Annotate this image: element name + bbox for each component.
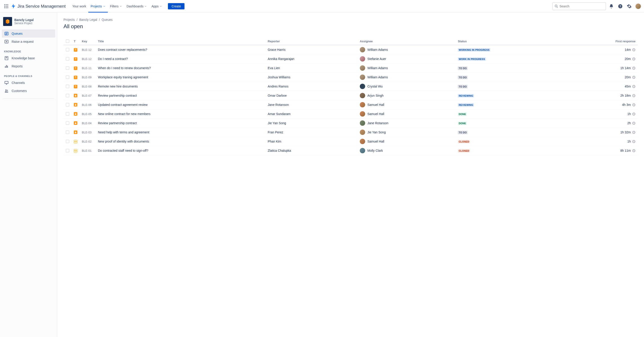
row-checkbox[interactable] [66, 85, 69, 88]
issue-title[interactable]: Updated contract agreement review [96, 100, 266, 109]
table-row[interactable]: ?BLE-09Workplace equity traning agreemen… [64, 73, 638, 82]
column-header[interactable]: Title [96, 38, 266, 45]
table-row[interactable]: BLE-02New proof of identity with documen… [64, 137, 638, 146]
issue-key[interactable]: BLE-03 [80, 128, 96, 137]
issue-key[interactable]: BLE-09 [80, 73, 96, 82]
column-header[interactable]: Key [80, 38, 96, 45]
sidebar-item-queues[interactable]: Queues [2, 30, 55, 38]
status-badge[interactable]: TO DO [458, 67, 468, 70]
table-row[interactable]: ?BLE-11When do I need to renew documents… [64, 64, 638, 73]
nav-filters[interactable]: Filters [108, 3, 124, 10]
status-badge[interactable]: REVIEWING [458, 103, 474, 107]
status-badge[interactable]: CLOSED [458, 140, 470, 143]
issue-title[interactable]: Remote new hire documents [96, 82, 266, 91]
row-checkbox[interactable] [66, 140, 69, 143]
breadcrumb-item[interactable]: Projects [64, 18, 75, 22]
nav-apps[interactable]: Apps [149, 3, 164, 10]
issue-key[interactable]: BLE-05 [80, 109, 96, 119]
nav-dashboards[interactable]: Dashboards [124, 3, 149, 10]
column-header[interactable]: First response [565, 38, 638, 45]
sidebar-item-knowledge-base[interactable]: Knowledge base [2, 54, 55, 62]
assignee-cell[interactable]: William Adams [360, 65, 454, 71]
status-badge[interactable]: REVIEWING [458, 94, 474, 98]
product-logo[interactable]: Jira Service Management [11, 4, 66, 9]
issue-title[interactable]: Need help with terms and agreement [96, 128, 266, 137]
table-row[interactable]: BLE-05New online contract for new member… [64, 109, 638, 119]
table-row[interactable]: ?BLE-12Does contract cover replacements?… [64, 45, 638, 54]
table-row[interactable]: BLE-06Updated contract agreement reviewJ… [64, 100, 638, 109]
row-checkbox[interactable] [66, 130, 69, 134]
nav-your-work[interactable]: Your work [70, 3, 88, 10]
status-badge[interactable]: WORKING IN PROGRESS [458, 48, 490, 52]
issue-title[interactable]: Do I need a contract? [96, 54, 266, 64]
project-header[interactable]: Bancly Legal Service Project [0, 17, 57, 30]
row-checkbox[interactable] [66, 75, 69, 79]
issue-key[interactable]: BLE-12 [80, 54, 96, 64]
status-badge[interactable]: TO DO [458, 76, 468, 79]
assignee-cell[interactable]: Samuel Hall [360, 102, 454, 107]
table-row[interactable]: ?BLE-08Remote new hire documentsAndres R… [64, 82, 638, 91]
table-row[interactable]: BLE-03Need help with terms and agreement… [64, 128, 638, 137]
issue-title[interactable]: New online contract for new members [96, 109, 266, 119]
issue-title[interactable]: Workplace equity traning agreement [96, 73, 266, 82]
issue-title[interactable]: Does contract cover replacements? [96, 45, 266, 54]
assignee-cell[interactable]: Samuel Hall [360, 139, 454, 144]
select-all-checkbox[interactable] [66, 39, 69, 43]
breadcrumb-item[interactable]: Queues [102, 18, 113, 22]
nav-projects[interactable]: Projects [88, 3, 108, 10]
assignee-cell[interactable]: Crystal Wu [360, 84, 454, 89]
notifications-icon[interactable] [608, 3, 615, 10]
issue-title[interactable]: Do contracted staff need to sign-off? [96, 146, 266, 155]
assignee-cell[interactable]: Jie Yan Song [360, 130, 454, 135]
table-row[interactable]: BLE-04Review partnership contractJie Yan… [64, 119, 638, 128]
issue-title[interactable]: Review partnership contract [96, 91, 266, 100]
status-badge[interactable]: DONE [458, 112, 467, 116]
row-checkbox[interactable] [66, 57, 69, 61]
issue-title[interactable]: When do I need to renew documents? [96, 64, 266, 73]
row-checkbox[interactable] [66, 48, 69, 52]
row-checkbox[interactable] [66, 149, 69, 152]
status-badge[interactable]: TO DO [458, 85, 468, 88]
status-badge[interactable]: WORK IN PROGRESS [458, 57, 486, 61]
breadcrumb-item[interactable]: Bancly Legal [79, 18, 97, 22]
user-avatar[interactable] [635, 3, 641, 10]
column-header[interactable]: T [72, 38, 80, 45]
sidebar-item-channels[interactable]: Channels [2, 79, 55, 87]
table-row[interactable]: BLE-01Do contracted staff need to sign-o… [64, 146, 638, 155]
issue-key[interactable]: BLE-02 [80, 137, 96, 146]
sidebar-item-customers[interactable]: Customers [2, 87, 55, 95]
issue-key[interactable]: BLE-07 [80, 91, 96, 100]
search-box[interactable] [552, 2, 606, 10]
column-header[interactable]: Reporter [266, 38, 358, 45]
row-checkbox[interactable] [66, 103, 69, 107]
row-checkbox[interactable] [66, 112, 69, 116]
row-checkbox[interactable] [66, 94, 69, 97]
issue-key[interactable]: BLE-08 [80, 82, 96, 91]
issue-key[interactable]: BLE-01 [80, 146, 96, 155]
status-badge[interactable]: TO DO [458, 131, 468, 134]
column-header[interactable] [64, 38, 72, 45]
column-header[interactable]: Assignee [358, 38, 456, 45]
assignee-cell[interactable]: Jane Rotanson [360, 120, 454, 126]
help-icon[interactable]: ? [617, 3, 624, 10]
issue-key[interactable]: BLE-11 [80, 64, 96, 73]
column-header[interactable]: Status [456, 38, 565, 45]
issue-title[interactable]: Review partnership contract [96, 119, 266, 128]
assignee-cell[interactable]: Samuel Hall [360, 111, 454, 117]
sidebar-item-reports[interactable]: Reports [2, 62, 55, 70]
issue-title[interactable]: New proof of identity with documents [96, 137, 266, 146]
issue-key[interactable]: BLE-12 [80, 45, 96, 54]
assignee-cell[interactable]: Molly Clark [360, 148, 454, 153]
row-checkbox[interactable] [66, 66, 69, 70]
assignee-cell[interactable]: William Adams [360, 47, 454, 52]
sidebar-item-raise-a-request[interactable]: Raise a request [2, 38, 55, 46]
table-row[interactable]: BLE-07Review partnership contractOmar Da… [64, 91, 638, 100]
issue-key[interactable]: BLE-04 [80, 119, 96, 128]
row-checkbox[interactable] [66, 121, 69, 125]
table-row[interactable]: ?BLE-12Do I need a contract?Annika Ranga… [64, 54, 638, 64]
assignee-cell[interactable]: Arjun Singh [360, 93, 454, 98]
assignee-cell[interactable]: Stefanie Auer [360, 56, 454, 62]
create-button[interactable]: Create [168, 3, 184, 10]
assignee-cell[interactable]: William Adams [360, 75, 454, 80]
settings-icon[interactable] [626, 3, 633, 10]
